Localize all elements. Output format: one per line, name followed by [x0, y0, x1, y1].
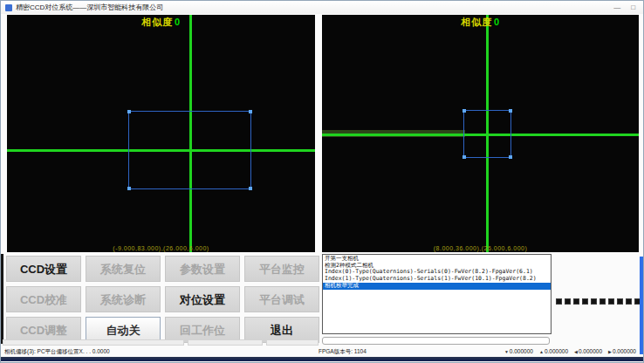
axis-icon: ▼ — [504, 349, 509, 354]
minimize-button[interactable]: — — [610, 3, 624, 11]
axis-icon: ▲ — [539, 349, 544, 354]
similarity-label-right: 相似度0 — [322, 16, 639, 29]
button-system-diagnosis[interactable]: 系统诊断 — [86, 286, 161, 312]
coords-readout-left: (-9.000,83.000),(26.000,6.000) — [7, 245, 315, 251]
dot-indicator — [565, 298, 571, 305]
window-title: 精密CCD对位系统——深圳市智能科技有限公司 — [16, 3, 606, 12]
roi-rectangle[interactable] — [463, 110, 511, 158]
button-grid: CCD设置系统复位参数设置平台监控CCD校准系统诊断对位设置平台调试CCD调整自… — [6, 256, 321, 343]
roi-rectangle[interactable] — [128, 111, 251, 189]
app-window: 精密CCD对位系统——深圳市智能科技有限公司 — □ 相似度0 (-9.000,… — [0, 0, 644, 363]
roi-handle[interactable] — [509, 109, 512, 113]
similarity-value: 0 — [494, 17, 500, 27]
status-fpga-version: FPGA版本号: 1104 — [319, 348, 367, 356]
similarity-text: 相似度 — [461, 17, 492, 27]
similarity-label-left: 相似度0 — [7, 16, 315, 29]
axis-icon: ◀ — [574, 349, 578, 354]
right-edge-highlight — [640, 257, 643, 354]
roi-handle[interactable] — [127, 187, 131, 190]
coords-readout-right: (8.000,36.000),(26.000,6.000) — [322, 245, 639, 251]
title-bar: 精密CCD对位系统——深圳市智能科技有限公司 — □ — [1, 1, 643, 14]
button-ccd-settings[interactable]: CCD设置 — [6, 256, 81, 282]
dots-indicator-row — [556, 298, 641, 305]
dot-indicator — [582, 298, 588, 305]
button-platform-debug[interactable]: 平台调试 — [244, 286, 319, 312]
camera-view-right[interactable]: 相似度0 (8.000,36.000),(26.000,6.000) — [322, 15, 639, 252]
status-panel — [3, 339, 184, 346]
button-platform-monitor[interactable]: 平台监控 — [244, 256, 319, 282]
dot-indicator — [617, 298, 623, 305]
dot-indicator — [573, 298, 579, 305]
axis-icon: ▶ — [608, 349, 612, 354]
similarity-text: 相似度 — [141, 17, 173, 27]
log-line[interactable]: Index(0)-Type(Quaternions)-Serials(0)-Fw… — [323, 269, 551, 276]
log-line[interactable]: 相机枚举完成 — [323, 283, 551, 290]
roi-handle[interactable] — [127, 110, 131, 113]
status-offset-value: ▼0.000000 — [504, 348, 533, 354]
app-icon — [5, 4, 12, 11]
maximize-button[interactable]: □ — [627, 3, 639, 11]
roi-handle[interactable] — [249, 187, 252, 190]
roi-handle[interactable] — [509, 155, 512, 159]
log-list[interactable]: 开第一支相机检测2种模式二相机Index(0)-Type(Quaternions… — [322, 254, 552, 334]
dot-indicator — [608, 298, 614, 305]
dot-indicator — [556, 298, 562, 305]
dot-indicator — [626, 298, 632, 305]
button-param-settings[interactable]: 参数设置 — [165, 256, 240, 282]
status-offset-text: 相机偏移(3): PC平台偏移位置X. . . 0.0000 — [4, 348, 110, 356]
log-line[interactable]: 检测2种模式二相机 — [323, 263, 551, 270]
status-offset-value: ◀0.000000 — [574, 348, 602, 354]
roi-handle[interactable] — [462, 109, 466, 113]
dot-indicator — [599, 298, 606, 305]
log-line[interactable]: Index(1)-Type(Quaternions)-Serials(1)-Fw… — [323, 276, 551, 283]
status-offset-value: ▶0.000000 — [608, 348, 636, 354]
status-panel — [266, 339, 319, 346]
status-panel — [188, 339, 263, 346]
log-line[interactable]: 开第一支相机 — [323, 256, 551, 263]
button-ccd-calibration[interactable]: CCD校准 — [6, 286, 81, 312]
dot-indicator — [591, 298, 597, 305]
message-input[interactable] — [322, 337, 550, 345]
bottom-edge-border — [1, 357, 643, 361]
left-edge-border — [1, 254, 3, 344]
button-system-reset[interactable]: 系统复位 — [86, 256, 161, 282]
similarity-value: 0 — [175, 17, 181, 27]
status-offset-value: ▲0.000000 — [539, 348, 568, 354]
roi-handle[interactable] — [249, 110, 252, 113]
status-values: ▼0.000000▲0.000000◀0.000000▶0.000000 — [504, 348, 636, 354]
button-alignment-settings[interactable]: 对位设置 — [165, 286, 240, 312]
status-bar: 相机偏移(3): PC平台偏移位置X. . . 0.0000 FPGA版本号: … — [1, 347, 643, 356]
camera-view-left[interactable]: 相似度0 (-9.000,83.000),(26.000,6.000) — [7, 15, 315, 252]
roi-handle[interactable] — [462, 155, 466, 159]
